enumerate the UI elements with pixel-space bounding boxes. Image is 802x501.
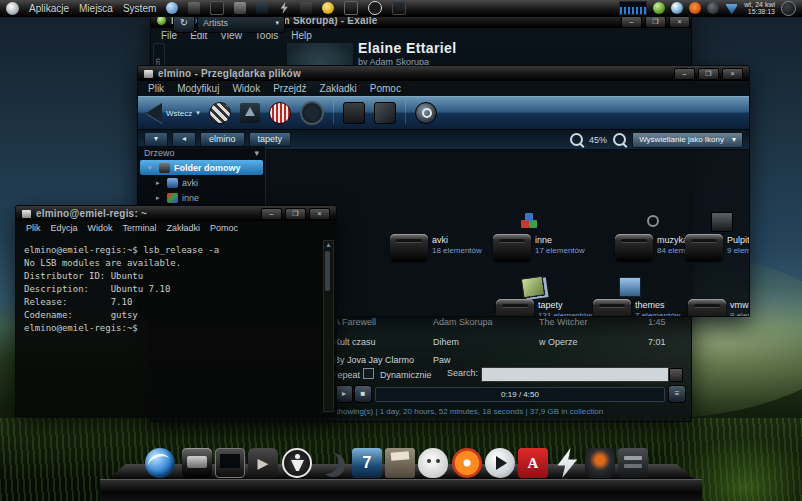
sidebar-item-inne[interactable]: ▸ inne <box>138 190 265 205</box>
package-manager-dock-icon[interactable] <box>385 448 415 478</box>
ubuntu-logo-icon[interactable] <box>689 2 701 14</box>
up-icon[interactable] <box>240 103 260 123</box>
folder-pulpit[interactable]: Pulpit 9 elementów <box>685 212 749 272</box>
panel-menu-miejsca[interactable]: Miejsca <box>79 3 113 14</box>
repeat-checkbox[interactable] <box>363 368 374 379</box>
terminal-titlebar[interactable]: elmino@emiel-regis: ~ – ❐ × <box>16 206 336 221</box>
cpu-graph-icon[interactable] <box>619 1 647 15</box>
photo-app-dock-icon[interactable] <box>452 448 482 478</box>
home-icon[interactable] <box>374 102 396 124</box>
fm-menu-plik[interactable]: Plik <box>148 83 164 94</box>
exaile-maximize-button[interactable]: ❐ <box>645 16 666 28</box>
panel-clock[interactable]: wt, 24 kwi 15:38:13 <box>744 1 775 15</box>
scroll-up-icon[interactable]: ▲ <box>324 241 333 249</box>
lightning-launcher-icon[interactable] <box>278 2 290 14</box>
file-manager-dock-icon[interactable] <box>182 448 212 478</box>
terminal-minimize-button[interactable]: – <box>261 208 282 220</box>
zoom-in-icon[interactable] <box>613 133 626 146</box>
fm-menu-pomoc[interactable]: Pomoc <box>370 83 401 94</box>
fm-menu-widok[interactable]: Widok <box>232 83 260 94</box>
folder-avki[interactable]: avki 18 elementów <box>390 212 500 272</box>
gimp-dock-icon[interactable] <box>418 448 448 478</box>
fm-menu-przejdz[interactable]: Przejdź <box>273 83 306 94</box>
accessibility-dock-icon[interactable] <box>282 448 312 478</box>
zoom-out-icon[interactable] <box>570 133 583 146</box>
panel-menu-system[interactable]: System <box>123 3 156 14</box>
fm-icon-view[interactable]: avki 18 elementów inne 17 elementów muzy… <box>265 146 749 316</box>
fm-maximize-button[interactable]: ❐ <box>698 68 719 80</box>
breadcrumb-elmino[interactable]: elmino <box>200 132 245 147</box>
screen-launcher-icon[interactable] <box>256 2 268 14</box>
package-launcher-icon[interactable] <box>234 2 246 14</box>
computer-icon[interactable] <box>343 102 365 124</box>
stop-button[interactable]: ■ <box>354 385 372 403</box>
lightning-app-dock-icon[interactable] <box>552 448 582 478</box>
game-dock-icon[interactable] <box>585 448 615 478</box>
archive-dock-icon[interactable] <box>618 448 648 478</box>
sidebar-item-home[interactable]: ▾ Folder domowy <box>140 160 263 175</box>
terminal-maximize-button[interactable]: ❐ <box>285 208 306 220</box>
breadcrumb-tapety[interactable]: tapety <box>249 132 292 147</box>
expander-icon[interactable]: ▸ <box>156 194 163 202</box>
browser-launcher-icon[interactable] <box>166 2 178 14</box>
folder-tapety[interactable]: tapety 131 elementów <box>496 277 606 316</box>
terminal-menu-pomoc[interactable]: Pomoc <box>210 223 238 233</box>
adobe-reader-dock-icon[interactable]: A <box>518 448 548 478</box>
folder-vmware[interactable]: vmware 9 elementów <box>688 277 749 316</box>
distro-logo-icon[interactable] <box>6 2 19 15</box>
display-launcher-icon[interactable] <box>392 1 406 15</box>
folder-themes[interactable]: themes 7 elementów <box>593 277 703 316</box>
fm-close-button[interactable]: × <box>722 68 743 80</box>
exaile-minimize-button[interactable]: – <box>621 16 642 28</box>
exaile-menu-help[interactable]: Help <box>291 30 312 41</box>
terminal-close-button[interactable]: × <box>309 208 330 220</box>
seek-bar[interactable]: 0:19 / 4:50 <box>375 387 665 402</box>
panel-menu-aplikacje[interactable]: Aplikacje <box>29 3 69 14</box>
fm-menu-modyfikuj[interactable]: Modyfikuj <box>177 83 219 94</box>
media-player-dock-icon[interactable]: ▶ <box>248 448 278 478</box>
accessibility-launcher-icon[interactable] <box>368 1 382 15</box>
sidebar-header[interactable]: Drzewo ▾ <box>138 146 265 160</box>
exaile-tray-icon[interactable] <box>653 2 665 14</box>
coin-launcher-icon[interactable] <box>322 2 334 14</box>
pathbar-toggle-button[interactable]: ▾ <box>144 132 168 147</box>
terminal-menu-edycja[interactable]: Edycja <box>51 223 78 233</box>
exaile-close-button[interactable]: × <box>669 16 690 28</box>
back-button[interactable]: Wstecz ▾ <box>146 103 200 123</box>
box-launcher-icon[interactable] <box>300 2 312 14</box>
volume-tray-icon[interactable] <box>671 2 683 14</box>
network-tray-icon[interactable] <box>725 2 738 15</box>
folder-inne[interactable]: inne 17 elementów <box>493 212 603 272</box>
session-power-icon[interactable] <box>781 1 796 16</box>
back-history-chevron-icon[interactable]: ▾ <box>196 109 200 117</box>
web-browser-dock-icon[interactable] <box>145 448 175 478</box>
mail-launcher-icon[interactable] <box>188 2 200 14</box>
expander-icon[interactable]: ▸ <box>156 179 163 187</box>
playlist-search-input[interactable] <box>481 367 669 382</box>
terminal-menu-zakladki[interactable]: Zakładki <box>167 223 201 233</box>
terminal-menu-plik[interactable]: Plik <box>26 223 41 233</box>
terminal-menu-terminal[interactable]: Terminal <box>123 223 157 233</box>
player-circle-dock-icon[interactable] <box>485 448 515 478</box>
forward-flag-icon[interactable] <box>209 102 231 124</box>
volume-button[interactable]: ≡ <box>668 385 686 403</box>
sidebar-item-avki[interactable]: ▸ avki <box>138 175 265 190</box>
location-edit-button[interactable]: ◂ <box>172 132 196 147</box>
scrollbar-thumb[interactable] <box>325 251 330 291</box>
expander-icon[interactable]: ▾ <box>148 164 155 172</box>
search-icon[interactable] <box>415 102 437 124</box>
terminal-menu-widok[interactable]: Widok <box>88 223 113 233</box>
fm-minimize-button[interactable]: – <box>674 68 695 80</box>
document-7-dock-icon[interactable]: 7 <box>352 448 382 478</box>
crescent-app-dock-icon[interactable] <box>312 448 342 478</box>
terminal-scrollbar[interactable]: ▲ <box>323 240 334 412</box>
play-button[interactable]: ▸ <box>335 385 353 403</box>
terminal-dock-icon[interactable] <box>215 448 245 478</box>
fm-titlebar[interactable]: elmino - Przeglądarka plików – ❐ × <box>138 66 749 81</box>
photo-launcher-icon[interactable] <box>210 1 224 15</box>
stop-icon[interactable] <box>269 102 291 124</box>
search-clear-icon[interactable] <box>669 368 683 382</box>
monitor-launcher-icon[interactable] <box>344 1 358 15</box>
globe-tray-icon[interactable] <box>707 2 719 14</box>
fm-menu-zakladki[interactable]: Zakładki <box>320 83 357 94</box>
